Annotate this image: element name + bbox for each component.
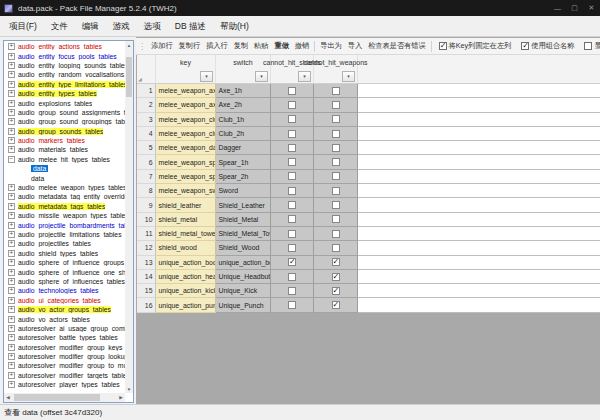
scroll-left-icon[interactable]: ◀ (4, 395, 12, 400)
tree-expander-icon[interactable]: + (8, 90, 15, 97)
tree-item[interactable]: + audio_shield_types_tables (4, 249, 125, 258)
row-number-cell[interactable]: 14 (137, 270, 156, 284)
cannot-hit-shields-cell[interactable] (271, 184, 314, 198)
tree-expander-icon[interactable]: + (8, 278, 15, 285)
minimize-button[interactable]: — (549, 0, 566, 16)
key-cell[interactable]: unique_action_headbutt (156, 270, 216, 284)
cannot-hit-shields-cell[interactable] (271, 284, 314, 298)
tree-expander-icon[interactable]: + (8, 334, 15, 341)
checkbox-icon[interactable] (288, 244, 296, 252)
cannot-hit-shields-cell[interactable] (271, 113, 314, 127)
filter-dropdown-icon[interactable]: ▾ (255, 71, 268, 82)
checkbox-icon[interactable] (288, 115, 296, 123)
cannot-hit-weapons-cell[interactable] (314, 127, 358, 141)
cannot-hit-shields-cell[interactable] (271, 127, 314, 141)
key-cell[interactable]: melee_weapon_club_1h (156, 113, 216, 127)
row-number-cell[interactable]: 5 (137, 141, 156, 155)
cannot-hit-weapons-cell[interactable] (314, 84, 358, 98)
tree-item[interactable]: + audio_explosions_tables (4, 98, 125, 107)
toolbar-button[interactable]: 插入行 (203, 41, 231, 51)
checkbox-icon[interactable] (288, 87, 296, 95)
tree-item[interactable]: + audio_sphere_of_influence_groups_table… (4, 258, 125, 267)
filter-dropdown-icon[interactable]: ▾ (200, 71, 213, 82)
switch-cell[interactable]: Shield_Leather (216, 198, 271, 212)
cannot-hit-weapons-cell[interactable] (314, 155, 358, 169)
checkbox-icon[interactable] (288, 187, 296, 195)
checkbox-icon[interactable] (521, 42, 529, 50)
checkbox-icon[interactable] (288, 301, 296, 309)
key-cell[interactable]: unique_action_punch (156, 298, 216, 312)
checkbox-icon[interactable] (332, 287, 340, 295)
menu-item[interactable]: DB 描述 (168, 16, 213, 36)
cannot-hit-shields-cell[interactable] (271, 141, 314, 155)
checkbox-icon[interactable] (332, 301, 340, 309)
checkbox-icon[interactable] (288, 273, 296, 281)
switch-cell[interactable]: Unique_Kick (216, 284, 271, 298)
menu-item[interactable]: 游戏 (106, 16, 137, 36)
menu-item[interactable]: 选项 (137, 16, 168, 36)
tree-expander-icon[interactable]: + (8, 240, 15, 247)
toolbar-checkbox[interactable]: 显示所有列 (584, 41, 600, 51)
row-number-cell[interactable]: 4 (137, 127, 156, 141)
checkbox-icon[interactable] (439, 42, 447, 50)
checkbox-icon[interactable] (288, 201, 296, 209)
tree-item[interactable]: + audio_projectile_limitations_tables (4, 230, 125, 239)
tree-expander-icon[interactable]: + (8, 43, 15, 50)
maximize-button[interactable]: ▢ (566, 0, 583, 16)
cannot-hit-weapons-cell[interactable] (314, 270, 358, 284)
tree-expander-icon[interactable]: + (8, 193, 15, 200)
tree-item[interactable]: + autoresolver_player_types_tables (4, 380, 125, 389)
tree-expander-icon[interactable]: + (8, 325, 15, 332)
scroll-down-icon[interactable]: ▼ (127, 385, 131, 393)
column-header-key[interactable]: key (156, 55, 216, 69)
tree-expander-icon[interactable]: + (8, 137, 15, 144)
cannot-hit-shields-cell[interactable] (271, 241, 314, 255)
key-cell[interactable]: shield_leather (156, 198, 216, 212)
tree-expander-icon[interactable]: + (8, 100, 15, 107)
key-cell[interactable]: unique_action_kick (156, 284, 216, 298)
tree-expander-icon[interactable]: + (8, 362, 15, 369)
menu-item[interactable]: 帮助(H) (213, 16, 256, 36)
row-number-cell[interactable]: 2 (137, 98, 156, 112)
tree-expander-icon[interactable]: + (8, 259, 15, 266)
tree-item[interactable]: + audio_vo_actors_tables (4, 314, 125, 323)
checkbox-icon[interactable] (288, 144, 296, 152)
tree-item[interactable]: + autoresolver_modifier_group_lookups_ta… (4, 352, 125, 361)
checkbox-icon[interactable] (288, 215, 296, 223)
tree-expander-icon[interactable]: + (8, 231, 15, 238)
tree-expander-icon[interactable]: + (8, 62, 15, 69)
switch-cell[interactable]: Axe_2h (216, 98, 271, 112)
tree-item[interactable]: + audio_sphere_of_influence_one_shots_ta… (4, 267, 125, 276)
row-number-cell[interactable]: 13 (137, 256, 156, 270)
tree-expander-icon[interactable]: + (8, 109, 15, 116)
tree-item[interactable]: + audio_sphere_of_influences_tables (4, 277, 125, 286)
tree-item[interactable]: + audio_projectiles_tables (4, 239, 125, 248)
cannot-hit-weapons-cell[interactable] (314, 298, 358, 312)
cannot-hit-weapons-cell[interactable] (314, 213, 358, 227)
toolbar-button[interactable]: 粘贴 (251, 41, 271, 51)
checkbox-icon[interactable] (332, 144, 340, 152)
cannot-hit-shields-cell[interactable] (271, 198, 314, 212)
tree-item[interactable]: + audio_entity_actions_tables (4, 42, 125, 51)
tree-item[interactable]: + autoresolver_modifier_targets_tables (4, 371, 125, 380)
tree-expander-icon[interactable]: + (8, 344, 15, 351)
row-number-cell[interactable]: 15 (137, 284, 156, 298)
tree-expander-icon[interactable]: + (8, 316, 15, 323)
tree-expander-icon[interactable]: + (8, 381, 15, 388)
checkbox-icon[interactable] (332, 244, 340, 252)
checkbox-icon[interactable] (288, 258, 296, 266)
key-cell[interactable]: melee_weapon_axe_2h (156, 98, 216, 112)
toolbar-action-button[interactable]: 检查表是否有错误 (365, 41, 429, 51)
tree-expander-icon[interactable]: + (8, 287, 15, 294)
switch-cell[interactable]: Shield_Metal (216, 213, 271, 227)
checkbox-icon[interactable] (332, 172, 340, 180)
key-cell[interactable]: unique_action_body_impact (156, 256, 216, 270)
scroll-right-icon[interactable]: ▶ (117, 395, 125, 400)
row-number-cell[interactable]: 8 (137, 184, 156, 198)
cannot-hit-shields-cell[interactable] (271, 227, 314, 241)
row-number-cell[interactable]: 10 (137, 213, 156, 227)
checkbox-icon[interactable] (332, 215, 340, 223)
tree-item[interactable]: + autoresolver_ai_usage_group_combat_pot… (4, 324, 125, 333)
checkbox-icon[interactable] (332, 87, 340, 95)
checkbox-icon[interactable] (288, 172, 296, 180)
